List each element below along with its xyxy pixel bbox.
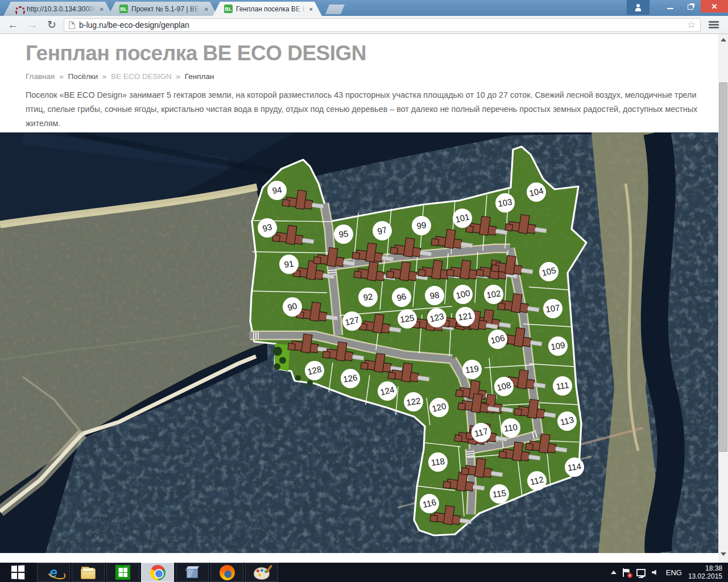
plot-number: 114 bbox=[567, 461, 582, 472]
plot-number: 126 bbox=[342, 372, 358, 384]
intro-paragraph: Поселок «BE ECO Design» занимает 5 гекта… bbox=[26, 88, 701, 131]
page-scrollbar[interactable] bbox=[718, 34, 728, 563]
plot-number: 91 bbox=[283, 259, 294, 269]
tab-title: Проект № 5.1-97 | BE ECO bbox=[131, 5, 201, 13]
profile-button[interactable] bbox=[627, 0, 650, 15]
tab-close-icon[interactable]: × bbox=[205, 6, 208, 13]
tab-redmine[interactable]: http://10.3.0.134:3000/ нед × bbox=[3, 2, 113, 16]
page-document-icon bbox=[69, 21, 75, 29]
taskbar-internet-explorer[interactable]: e bbox=[37, 563, 70, 582]
tab-title: Генплан поселка BE ECO bbox=[236, 5, 306, 13]
plot-number: 102 bbox=[486, 288, 501, 300]
tray-date: 13.02.2015 bbox=[688, 572, 722, 580]
breadcrumb-separator: » bbox=[59, 72, 64, 81]
taskbar-chrome-active[interactable] bbox=[141, 563, 174, 582]
browser-toolbar: ← → ↻ b-lug.ru/be-eco-design/genplan ☆ bbox=[0, 16, 728, 34]
bl-favicon-icon: BL bbox=[119, 5, 128, 13]
genplan-map: 9493919095979910110310492969810010210510… bbox=[0, 132, 718, 553]
clock[interactable]: 18:38 13.02.2015 bbox=[688, 564, 722, 580]
tray-time: 18:38 bbox=[688, 564, 722, 572]
minimize-icon bbox=[667, 8, 673, 9]
file-explorer-icon bbox=[81, 568, 96, 579]
plot-number: 119 bbox=[465, 363, 479, 375]
plot-number: 107 bbox=[545, 302, 560, 314]
back-button[interactable]: ← bbox=[6, 19, 20, 31]
bookmark-star-icon[interactable]: ☆ bbox=[687, 19, 696, 31]
plot-number: 94 bbox=[271, 185, 282, 196]
speaker-icon[interactable] bbox=[652, 570, 656, 575]
firefox-icon bbox=[220, 565, 235, 580]
breadcrumb-be-eco-link[interactable]: BE ECO DESIGN bbox=[111, 72, 172, 81]
action-center-flag-icon[interactable]: × bbox=[623, 568, 630, 577]
plot-number: 103 bbox=[497, 197, 512, 208]
internet-explorer-icon: e bbox=[49, 566, 57, 579]
restore-icon bbox=[688, 5, 693, 10]
desktop-screen: http://10.3.0.134:3000/ нед × BL Проект … bbox=[0, 0, 728, 582]
new-tab-button[interactable] bbox=[325, 5, 345, 14]
plot-number: 92 bbox=[362, 292, 373, 302]
system-tray: × ENG 18:38 13.02.2015 bbox=[611, 563, 728, 582]
minimize-button[interactable] bbox=[660, 0, 680, 13]
breadcrumb-separator: » bbox=[176, 72, 181, 81]
plot-number: 122 bbox=[406, 396, 421, 407]
chrome-icon bbox=[150, 565, 166, 580]
breadcrumb-settlements-link[interactable]: Посёлки bbox=[68, 72, 98, 81]
tab-genplan-active[interactable]: BL Генплан поселка BE ECO × bbox=[213, 2, 322, 16]
tab-close-icon[interactable]: × bbox=[100, 6, 104, 13]
breadcrumb: Главная » Посёлки » BE ECO DESIGN » Генп… bbox=[26, 72, 728, 81]
plot-number: 125 bbox=[399, 313, 415, 324]
genplan-satellite-image: 9493919095979910110310492969810010210510… bbox=[0, 132, 718, 553]
windows-logo-icon bbox=[11, 565, 24, 579]
plot-number: 111 bbox=[555, 380, 569, 392]
browser-title-bar: http://10.3.0.134:3000/ нед × BL Проект … bbox=[0, 0, 728, 16]
plot-number: 95 bbox=[338, 228, 349, 239]
plot-number: 121 bbox=[457, 310, 473, 322]
plot-number: 115 bbox=[492, 488, 507, 499]
breadcrumb-current: Генплан bbox=[185, 72, 214, 81]
breadcrumb-home-link[interactable]: Главная bbox=[26, 72, 55, 81]
close-window-button[interactable]: ✕ bbox=[701, 0, 728, 13]
tab-strip: http://10.3.0.134:3000/ нед × BL Проект … bbox=[3, 2, 345, 16]
plot-number: 99 bbox=[416, 220, 427, 231]
virtualbox-icon bbox=[185, 565, 200, 580]
taskbar-file-explorer[interactable] bbox=[72, 563, 105, 582]
taskbar-windows-store[interactable] bbox=[106, 563, 139, 582]
taskbar-virtualbox[interactable] bbox=[176, 563, 209, 582]
taskbar-paint[interactable] bbox=[245, 563, 278, 582]
plot-number: 118 bbox=[431, 456, 445, 467]
paint-icon bbox=[254, 567, 270, 580]
plot-number: 109 bbox=[550, 340, 565, 351]
network-icon[interactable] bbox=[636, 569, 646, 576]
reload-button[interactable]: ↻ bbox=[44, 19, 59, 31]
scrollbar-down-icon[interactable] bbox=[721, 552, 726, 556]
language-indicator[interactable]: ENG bbox=[666, 568, 682, 577]
plot-number: 98 bbox=[429, 290, 440, 301]
restore-button[interactable] bbox=[680, 0, 701, 13]
windows-taskbar: e × ENG 18:38 13.02.2015 bbox=[0, 563, 728, 582]
bl-favicon-icon: BL bbox=[224, 5, 233, 13]
start-button[interactable] bbox=[0, 563, 35, 582]
redmine-icon bbox=[15, 5, 23, 13]
taskbar-firefox[interactable] bbox=[210, 563, 243, 582]
page-title: Генплан поселка BE ECO DESIGN bbox=[26, 41, 728, 65]
tab-close-icon[interactable]: × bbox=[309, 6, 313, 13]
tray-expand-icon[interactable] bbox=[611, 571, 617, 574]
web-page: Генплан поселка BE ECO DESIGN Главная » … bbox=[0, 34, 728, 563]
windows-store-icon bbox=[115, 565, 130, 580]
person-icon bbox=[635, 8, 641, 11]
window-controls: ✕ bbox=[627, 0, 728, 13]
chrome-menu-button[interactable] bbox=[705, 21, 722, 28]
scrollbar-thumb[interactable] bbox=[719, 82, 727, 452]
url-text[interactable]: b-lug.ru/be-eco-design/genplan bbox=[79, 20, 683, 30]
plot-number: 110 bbox=[503, 422, 518, 433]
scrollbar-up-icon[interactable] bbox=[721, 38, 726, 41]
tab-title: http://10.3.0.134:3000/ нед bbox=[27, 5, 97, 13]
tab-project[interactable]: BL Проект № 5.1-97 | BE ECO × bbox=[108, 2, 217, 16]
address-bar[interactable]: b-lug.ru/be-eco-design/genplan ☆ bbox=[64, 18, 701, 32]
forward-button[interactable]: → bbox=[25, 19, 40, 31]
breadcrumb-separator: » bbox=[102, 72, 107, 81]
